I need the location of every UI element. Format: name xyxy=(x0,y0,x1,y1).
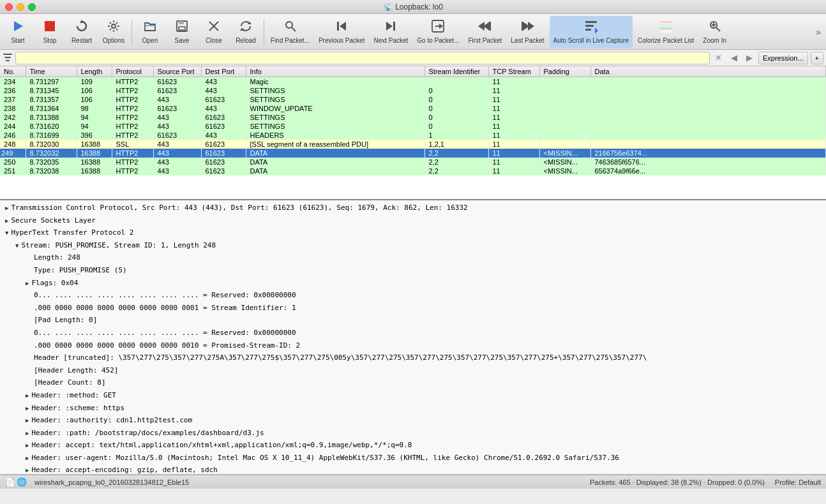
col-dst-port[interactable]: Dest Port xyxy=(201,66,246,77)
filter-clear-button[interactable]: ✕ xyxy=(712,52,725,64)
table-row[interactable]: 2348.731297109HTTP261623443Magic11 xyxy=(0,77,826,87)
detail-section-http2-reserved1[interactable]: 0... .... .... .... .... .... .... .... … xyxy=(0,289,826,302)
prev-packet-button[interactable]: Previous Packet xyxy=(315,16,368,48)
zoom-in-button[interactable]: Zoom In xyxy=(699,16,730,48)
detail-section-http2-authority[interactable]: ▶Header: :authority: cdn1.http2test.com xyxy=(0,414,826,427)
svg-marker-19 xyxy=(439,24,443,29)
table-row[interactable]: 2388.73136498HTTP261623443WINDOW_UPDATE0… xyxy=(0,104,826,113)
detail-section-http2-header-truncated[interactable]: Header [truncated]: \357\277\275\357\277… xyxy=(0,352,826,364)
save-button[interactable]: Save xyxy=(167,16,197,48)
detail-section-ssl[interactable]: ▶Secure Sockets Layer xyxy=(0,214,826,227)
svg-marker-21 xyxy=(478,22,484,31)
maximize-window-button[interactable] xyxy=(28,3,36,11)
add-filter-button[interactable]: + xyxy=(811,52,823,64)
detail-section-http2-accept-encoding[interactable]: ▶Header: accept-encoding: gzip, deflate,… xyxy=(0,464,826,475)
minimize-window-button[interactable] xyxy=(17,3,24,11)
stop-button[interactable]: Stop xyxy=(34,16,65,48)
filter-nav-prev[interactable]: ◀ xyxy=(728,52,740,64)
detail-text: [Header Count: 8] xyxy=(34,378,106,387)
detail-pane: ▶Transmission Control Protocol, Src Port… xyxy=(0,200,826,475)
detail-section-http2-type[interactable]: Type: PUSH_PROMISE (5) xyxy=(0,264,826,277)
table-row[interactable]: 2518.73203816388HTTP244361623DATA2,211<M… xyxy=(0,167,826,175)
close-label: Close xyxy=(206,37,222,44)
col-stream-id[interactable]: Stream Identifier xyxy=(424,66,488,77)
col-protocol[interactable]: Protocol xyxy=(112,66,153,77)
open-button[interactable]: Open xyxy=(135,16,165,48)
detail-section-http2-scheme[interactable]: ▶Header: :scheme: https xyxy=(0,402,826,415)
table-row[interactable]: 2368.731345106HTTP261623443SETTINGS011 xyxy=(0,86,826,95)
table-row[interactable]: 2468.731699396HTTP261623443HEADERS111 xyxy=(0,131,826,140)
close-button[interactable]: Close xyxy=(199,16,229,48)
detail-section-http2-method[interactable]: ▶Header: :method: GET xyxy=(0,389,826,402)
svg-point-3 xyxy=(112,24,116,28)
filter-nav-next[interactable]: ▶ xyxy=(743,52,756,64)
detail-section-http2-stream-id[interactable]: .000 0000 0000 0000 0000 0000 0000 0001 … xyxy=(0,302,826,315)
detail-section-http2-length[interactable]: Length: 248 xyxy=(0,251,826,264)
detail-section-http2-accept[interactable]: ▶Header: accept: text/html,application/x… xyxy=(0,439,826,452)
options-label: Options xyxy=(103,37,124,44)
col-length[interactable]: Length xyxy=(77,66,112,77)
col-data[interactable]: Data xyxy=(590,66,826,77)
svg-line-35 xyxy=(716,27,720,31)
reload-label: Reload xyxy=(236,37,256,44)
network-icon: 📡 xyxy=(383,3,393,11)
detail-text: [Header Length: 452] xyxy=(34,366,118,374)
svg-marker-0 xyxy=(14,21,23,31)
detail-section-http2-promised-stream[interactable]: .000 0000 0000 0000 0000 0000 0000 0010 … xyxy=(0,339,826,352)
detail-text: HyperText Transfer Protocol 2 xyxy=(11,228,133,237)
next-packet-icon xyxy=(384,19,398,36)
detail-section-http2-flags[interactable]: ▶Flags: 0x04 xyxy=(0,277,826,290)
detail-section-http2-header-length[interactable]: [Header Length: 452] xyxy=(0,364,826,377)
col-no[interactable]: No. xyxy=(0,66,26,77)
svg-rect-28 xyxy=(585,29,591,31)
detail-text: Stream: PUSH_PROMISE, Stream ID: 1, Leng… xyxy=(21,241,216,249)
svg-line-12 xyxy=(292,27,296,31)
close-window-button[interactable] xyxy=(5,3,13,11)
find-packet-button[interactable]: Find Packet... xyxy=(267,16,313,48)
detail-section-http2-reserved2[interactable]: 0... .... .... .... .... .... .... .... … xyxy=(0,327,826,339)
detail-section-http2-stream[interactable]: ▼Stream: PUSH_PROMISE, Stream ID: 1, Len… xyxy=(0,239,826,252)
detail-section-http2-user-agent[interactable]: ▶Header: user-agent: Mozilla/5.0 (Macint… xyxy=(0,452,826,464)
reload-button[interactable]: Reload xyxy=(230,16,261,48)
restart-button[interactable]: Restart xyxy=(66,16,97,48)
col-info[interactable]: Info xyxy=(246,66,424,77)
svg-rect-39 xyxy=(4,57,11,58)
col-time[interactable]: Time xyxy=(26,66,77,77)
restart-label: Restart xyxy=(71,37,92,44)
table-row[interactable]: 2488.73203016388SSL44361623[SSL segment … xyxy=(0,140,826,149)
options-button[interactable]: Options xyxy=(98,16,129,48)
stop-label: Stop xyxy=(43,37,57,44)
autoscroll-button[interactable]: Auto Scroll in Live Capture xyxy=(550,16,633,48)
table-row[interactable]: 2508.73203516388HTTP244361623DATA2,211<M… xyxy=(0,158,826,167)
table-row[interactable]: 2378.731357106HTTP244361623SETTINGS011 xyxy=(0,95,826,104)
expression-button[interactable]: Expression... xyxy=(758,52,808,64)
detail-section-http2-pad-length[interactable]: [Pad Length: 0] xyxy=(0,314,826,327)
toolbar-more[interactable]: » xyxy=(813,27,823,37)
svg-rect-33 xyxy=(660,31,672,33)
packet-stats: Packets: 465 · Displayed: 38 (8.2%) · Dr… xyxy=(590,478,765,486)
start-button[interactable]: Start xyxy=(3,16,33,48)
detail-section-http2-header-count[interactable]: [Header Count: 8] xyxy=(0,376,826,389)
last-packet-button[interactable]: Last Packet xyxy=(507,16,548,48)
table-row[interactable]: 2428.73138894HTTP244361623SETTINGS011 xyxy=(0,113,826,122)
detail-section-tcp[interactable]: ▶Transmission Control Protocol, Src Port… xyxy=(0,202,826,214)
first-packet-label: First Packet xyxy=(468,37,502,44)
col-src-port[interactable]: Source Port xyxy=(153,66,201,77)
detail-text: Header: accept-encoding: gzip, deflate, … xyxy=(31,466,217,474)
table-row[interactable]: 2448.73162094HTTP244361623SETTINGS011 xyxy=(0,122,826,131)
goto-packet-button[interactable]: Go to Packet... xyxy=(413,16,463,48)
svg-rect-27 xyxy=(585,25,594,27)
col-tcp-stream[interactable]: TCP Stream xyxy=(488,66,539,77)
next-packet-button[interactable]: Next Packet xyxy=(370,16,412,48)
table-row[interactable]: 2498.73203216388HTTP244361623DATA2,211<M… xyxy=(0,149,826,158)
detail-section-http2[interactable]: ▼HyperText Transfer Protocol 2 xyxy=(0,226,826,239)
filterbar: http2 ✕ ◀ ▶ Expression... + xyxy=(0,50,826,66)
detail-section-http2-path[interactable]: ▶Header: :path: /bootstrap/docs/examples… xyxy=(0,427,826,440)
expand-closed-icon: ▶ xyxy=(26,392,29,399)
col-padding[interactable]: Padding xyxy=(539,66,590,77)
detail-text: Header: :method: GET xyxy=(31,391,116,399)
first-packet-button[interactable]: First Packet xyxy=(464,16,506,48)
colorize-button[interactable]: Colorize Packet List xyxy=(634,16,698,48)
detail-text: Flags: 0x04 xyxy=(31,279,78,287)
filter-input[interactable]: http2 xyxy=(15,52,710,64)
